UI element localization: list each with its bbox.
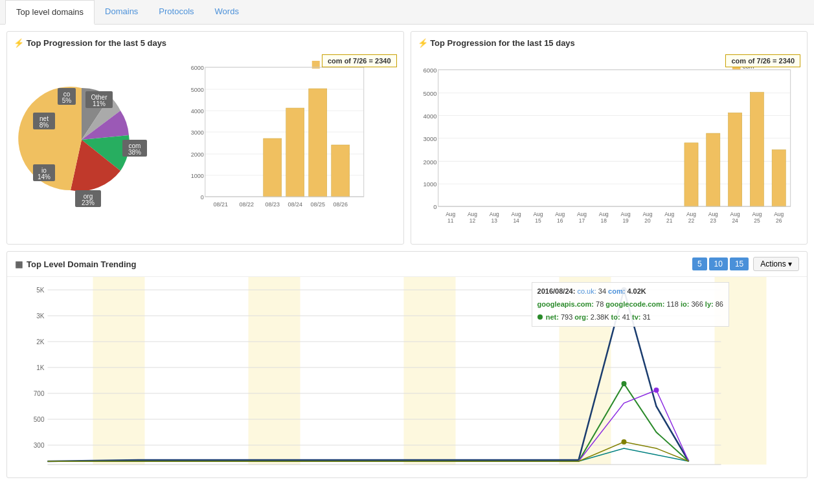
svg-point-134 (654, 388, 659, 393)
svg-text:08/24: 08/24 (288, 201, 302, 208)
svg-text:Aug: Aug (642, 211, 652, 217)
ctrl-5-button[interactable]: 5 (692, 257, 707, 270)
svg-text:1K: 1K (36, 364, 45, 371)
svg-text:13: 13 (491, 217, 497, 224)
actions-button[interactable]: Actions ▾ (753, 257, 799, 271)
svg-point-133 (622, 381, 627, 386)
svg-text:11%: 11% (93, 100, 106, 107)
svg-text:500: 500 (34, 416, 45, 423)
svg-text:Aug: Aug (752, 211, 762, 217)
svg-rect-34 (264, 138, 282, 197)
svg-text:Aug: Aug (446, 211, 455, 217)
svg-text:26: 26 (776, 217, 782, 224)
svg-text:Aug: Aug (730, 211, 740, 217)
svg-text:8%: 8% (40, 122, 49, 129)
svg-text:Aug: Aug (533, 211, 543, 217)
svg-text:Aug: Aug (576, 211, 586, 217)
svg-text:Aug: Aug (686, 211, 695, 217)
svg-rect-37 (332, 145, 350, 197)
svg-text:19: 19 (622, 217, 629, 224)
svg-rect-73 (706, 133, 719, 206)
panel-5days: ⚡ Top Progression for the last 5 days (6, 31, 404, 245)
svg-text:1000: 1000 (191, 173, 204, 179)
svg-text:4000: 4000 (191, 108, 204, 115)
svg-text:Aug: Aug (620, 211, 630, 217)
svg-text:3K: 3K (36, 312, 45, 320)
svg-text:2000: 2000 (423, 159, 436, 166)
svg-text:18: 18 (600, 217, 607, 224)
svg-text:08/25: 08/25 (310, 201, 325, 208)
svg-text:5K: 5K (36, 287, 45, 294)
svg-text:5%: 5% (62, 97, 72, 104)
svg-text:14%: 14% (38, 173, 51, 181)
svg-text:12: 12 (469, 217, 475, 224)
svg-point-135 (622, 439, 627, 444)
svg-text:08/22: 08/22 (239, 201, 254, 208)
svg-text:23: 23 (710, 217, 716, 224)
svg-text:24: 24 (732, 217, 738, 224)
trending-title: ▦ Top Level Domain Trending (15, 259, 137, 269)
svg-text:3000: 3000 (423, 135, 436, 142)
svg-text:38%: 38% (128, 149, 141, 156)
svg-rect-114 (404, 277, 456, 465)
bar-tooltip-15days: com of 7/26 = 2340 (725, 54, 800, 67)
svg-text:2K: 2K (36, 338, 45, 345)
svg-text:20: 20 (644, 217, 651, 224)
svg-text:Aug: Aug (598, 211, 608, 217)
tab-domains[interactable]: Domains (95, 0, 148, 24)
svg-text:08/23: 08/23 (265, 201, 280, 208)
svg-text:17: 17 (578, 217, 585, 224)
svg-rect-113 (249, 277, 300, 465)
svg-text:6000: 6000 (191, 65, 204, 71)
svg-text:Aug: Aug (708, 211, 718, 217)
svg-rect-112 (93, 277, 145, 465)
svg-text:0: 0 (433, 203, 436, 210)
svg-rect-72 (684, 143, 697, 206)
pie-chart-5days: Other 11% co 5% net 8% io 14% (14, 69, 150, 211)
svg-text:Aug: Aug (511, 211, 521, 217)
bar-tooltip-5days: com of 7/26 = 2340 (322, 54, 397, 67)
svg-text:08/21: 08/21 (213, 201, 228, 208)
svg-text:14: 14 (513, 217, 519, 224)
svg-text:300: 300 (34, 442, 45, 449)
tab-top-level-domains[interactable]: Top level domains (5, 0, 95, 25)
trending-header: ▦ Top Level Domain Trending 5 10 15 Acti… (7, 252, 807, 277)
tooltip-date: 2016/08/24: (537, 287, 576, 295)
panel-5days-title: ⚡ Top Progression for the last 5 days (14, 38, 397, 48)
svg-text:5000: 5000 (191, 87, 204, 93)
svg-rect-75 (750, 93, 763, 206)
tabs-bar: Top level domains Domains Protocols Word… (0, 0, 814, 25)
svg-text:4000: 4000 (423, 113, 436, 120)
svg-text:16: 16 (557, 217, 563, 224)
ctrl-10-button[interactable]: 10 (709, 257, 728, 270)
svg-text:700: 700 (34, 390, 45, 397)
svg-text:08/26: 08/26 (333, 201, 348, 208)
tab-protocols[interactable]: Protocols (148, 0, 204, 24)
trending-section: ▦ Top Level Domain Trending 5 10 15 Acti… (6, 251, 808, 478)
svg-text:Aug: Aug (467, 211, 477, 217)
svg-text:15: 15 (535, 217, 541, 224)
trend-tooltip: 2016/08/24: co.uk: 34 com: 4.02K googlea… (532, 282, 729, 327)
svg-rect-76 (772, 149, 786, 206)
bar-chart-5days: 6000 5000 4000 3000 2000 1000 0 (156, 54, 397, 223)
svg-text:1000: 1000 (423, 181, 436, 188)
svg-text:3000: 3000 (191, 129, 204, 136)
svg-rect-35 (286, 108, 304, 197)
svg-text:2000: 2000 (191, 151, 204, 158)
trending-body: 5K 3K 2K 1K 700 500 300 (7, 277, 807, 477)
bar-chart-15days: 6000 5000 4000 3000 2000 1000 0 (418, 54, 801, 236)
svg-text:Aug: Aug (664, 211, 674, 217)
svg-text:23%: 23% (82, 199, 95, 206)
svg-text:22: 22 (688, 217, 694, 224)
svg-text:11: 11 (447, 217, 454, 224)
svg-text:0: 0 (201, 194, 204, 201)
svg-text:6000: 6000 (423, 67, 436, 74)
svg-rect-36 (309, 89, 327, 197)
svg-text:Aug: Aug (774, 211, 784, 217)
svg-text:21: 21 (666, 217, 673, 224)
svg-text:Aug: Aug (489, 211, 499, 217)
panel-15days: ⚡ Top Progression for the last 15 days c… (411, 31, 808, 245)
ctrl-15-button[interactable]: 15 (730, 257, 749, 270)
svg-text:25: 25 (754, 217, 760, 224)
tab-words[interactable]: Words (205, 0, 249, 24)
